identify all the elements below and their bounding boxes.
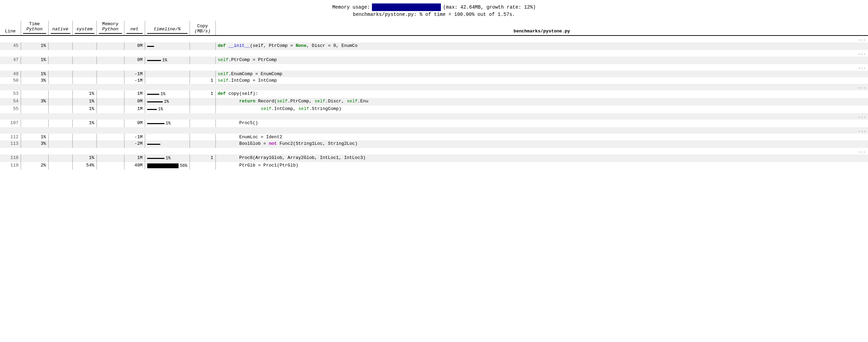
code-text [218,106,261,111]
system-time: 1% [72,90,97,98]
system-time [72,134,97,140]
system-time: 1% [72,120,97,127]
net-memory: 0M [124,42,145,50]
system-time: 1% [72,105,97,113]
memory-python [97,42,124,50]
copy-mbps [190,162,215,170]
native-time [48,71,72,77]
memory-label: Memory usage: [332,4,370,10]
timeline-bar [145,140,190,148]
table-row: 1121%-1M EnumLoc = Ident2 [0,134,868,140]
table-header-row: Line TimePython native system MemoryPyth… [0,21,868,36]
code-text: BoolGlob = [218,141,269,146]
line-number: 113 [0,140,21,148]
copy-mbps: 1 [190,77,215,84]
memory-python [97,105,124,113]
self-attr: self [277,99,287,104]
table-row: ... [0,127,868,134]
dots-cell: ... [0,127,868,134]
timeline-bar: 1% [145,90,190,98]
code-content: PtrGlb = Proc1(PtrGlb) [215,162,868,170]
line-number: 50 [0,77,21,84]
bar-percent: 1% [166,121,171,126]
copy-mbps [190,57,215,64]
net-memory: 1M [124,154,145,162]
system-time: 54% [72,162,97,170]
copy-mbps [190,105,215,113]
header-line2: benchmarks/pystone.py: % of time = 100.0… [0,12,868,17]
keyword-return: return [239,99,255,104]
table-row: ... [0,84,868,90]
native-time [48,42,72,50]
code-content: return Record(self.PtrComp, self.Discr, … [215,98,868,105]
code-content: self.IntComp = IntComp [215,77,868,84]
code-text: Proc8(Array1Glob, Array2Glob, IntLoc1, I… [218,155,366,160]
table-row: ... [0,148,868,154]
copy-mbps: 1 [190,154,215,162]
bar-percent: 1% [161,92,165,97]
table-row: ... [0,36,868,42]
code-text: PtrGlb = Proc1(PtrGlb) [218,163,299,168]
memory-python [97,57,124,64]
dots-cell: ... [0,148,868,154]
table-row: 503%-1M1self.IntComp = IntComp [0,77,868,84]
self-attr: self [218,57,229,62]
system-time [72,71,97,77]
time-python: 3% [21,140,48,148]
time-python [21,120,48,127]
time-python: 1% [21,71,48,77]
benchmark-line: benchmarks/pystone.py: % of time = 100.0… [353,12,515,17]
self-attr: self [218,78,229,83]
copy-mbps [190,134,215,140]
code-text: .PtrComp = PtrComp [229,57,277,62]
native-time [48,90,72,98]
net-memory: 1M [124,105,145,113]
copy-mbps: 1 [190,90,215,98]
keyword: def [218,91,229,96]
table-row: 1133%-2M BoolGlob = not Func2(String1Loc… [0,140,868,148]
time-python: 3% [21,98,48,105]
bar-percent: 56% [180,163,188,168]
table-row: 1181%1M1%1 Proc8(Array1Glob, Array2Glob,… [0,154,868,162]
memory-python [97,120,124,127]
code-text: .PtrComp, [287,99,314,104]
col-header-time: TimePython [21,21,48,36]
timeline-bar: 1% [145,154,190,162]
native-time [48,140,72,148]
line-number: 55 [0,105,21,113]
col-header-native: native [48,21,72,36]
time-python [21,90,48,98]
memory-bar [372,3,441,11]
copy-mbps [190,42,215,50]
keyword-not: not [269,141,277,146]
dots-cell: ... [0,50,868,57]
bar-percent: 1% [164,99,169,104]
code-content: def __init__(self, PtrComp = None, Discr… [215,42,868,50]
net-memory: 0M [124,98,145,105]
code-text: (self, PtrComp = [250,43,296,48]
code-text: EnumLoc = Ident2 [218,134,282,140]
native-time [48,120,72,127]
timeline-bar: 1% [145,105,190,113]
time-python [21,105,48,113]
code-content: Proc5() [215,120,868,127]
table-body: ...451%0Mdef __init__(self, PtrComp = No… [0,36,868,170]
native-time [48,105,72,113]
code-text: Proc5() [218,120,258,125]
col-header-code: benchmarks/pystone.py [215,21,868,36]
memory-python [97,140,124,148]
keyword: def [218,43,229,48]
net-memory: 40M [124,162,145,170]
copy-mbps [190,120,215,127]
code-content: self.PtrComp = PtrComp [215,57,868,64]
timeline-bar [145,77,190,84]
net-memory: 0M [124,57,145,64]
native-time [48,162,72,170]
self-attr: self [299,106,309,111]
self-attr: self [218,71,229,77]
memory-python [97,77,124,84]
memory-python [97,98,124,105]
memory-python [97,154,124,162]
profile-table: Line TimePython native system MemoryPyth… [0,21,868,170]
table-row: ... [0,113,868,120]
